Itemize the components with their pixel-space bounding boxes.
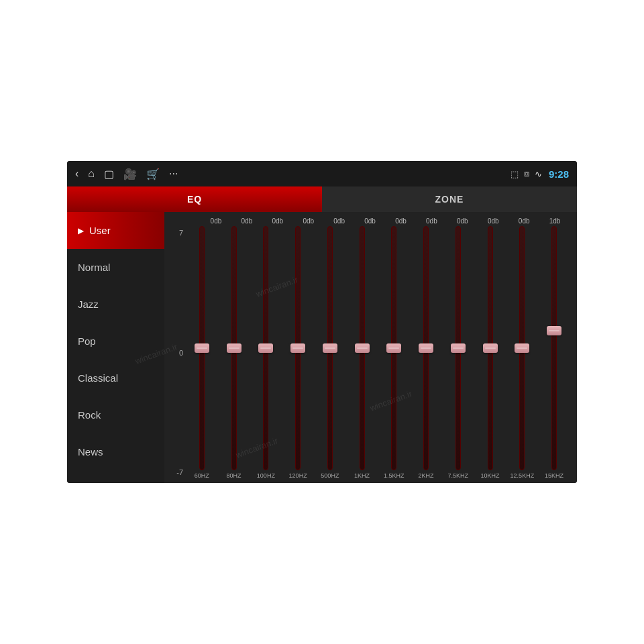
eq-slider-col-3: 120HZ xyxy=(282,226,314,479)
eq-slider-col-9: 10KHZ xyxy=(474,226,506,479)
eq-top-labels: 0db0db0db0db0db0db0db0db0db0db0db1db xyxy=(171,217,570,225)
eq-sliders: 60HZ80HZ100HZ120HZ500HZ1KHZ1.5KHZ2KHZ7.5… xyxy=(186,226,570,479)
camera-icon[interactable]: 🎥 xyxy=(123,168,137,180)
eq-db-label-10: 0db xyxy=(508,217,539,225)
eq-handle-8[interactable] xyxy=(451,343,466,353)
eq-handle-1[interactable] xyxy=(227,343,241,353)
eq-track-1 xyxy=(231,226,237,470)
eq-track-6 xyxy=(391,226,396,470)
eq-slider-col-5: 1KHZ xyxy=(346,226,378,479)
scale-mid: 0 xyxy=(179,349,183,357)
eq-db-label-2: 0db xyxy=(262,217,293,225)
sidebar-item-rock[interactable]: Rock xyxy=(67,396,164,433)
eq-handle-2[interactable] xyxy=(258,343,273,353)
sidebar-item-user[interactable]: ▶ User xyxy=(67,212,164,249)
eq-freq-label-0: 60HZ xyxy=(195,472,209,479)
cast-icon: ⬚ xyxy=(511,169,519,179)
home-icon[interactable]: ⌂ xyxy=(88,168,95,180)
eq-slider-col-6: 1.5KHZ xyxy=(378,226,411,479)
eq-db-label-7: 0db xyxy=(416,217,447,225)
eq-track-container-11 xyxy=(538,226,570,470)
eq-handle-7[interactable] xyxy=(419,343,433,353)
eq-handle-3[interactable] xyxy=(290,343,305,353)
eq-handle-10[interactable] xyxy=(515,343,529,353)
eq-freq-label-4: 500HZ xyxy=(321,472,339,479)
play-icon: ▶ xyxy=(78,226,84,235)
status-icons: ⬚ ⧈ ∿ xyxy=(511,168,542,179)
device-wrapper: ‹ ⌂ ▢ 🎥 🛒 ··· ⬚ ⧈ ∿ 9:28 EQ xyxy=(0,0,644,644)
sidebar: ▶ User Normal Jazz Pop Classical Rock xyxy=(67,212,164,483)
eq-track-container-2 xyxy=(250,226,282,470)
eq-track-10 xyxy=(519,226,525,470)
eq-freq-label-3: 120HZ xyxy=(289,472,307,479)
tab-zone[interactable]: ZONE xyxy=(322,186,577,212)
eq-track-8 xyxy=(455,226,461,470)
status-bar: ‹ ⌂ ▢ 🎥 🛒 ··· ⬚ ⧈ ∿ 9:28 xyxy=(67,161,577,186)
eq-handle-5[interactable] xyxy=(355,343,370,353)
eq-track-9 xyxy=(488,226,493,470)
eq-track-7 xyxy=(423,226,429,470)
eq-handle-11[interactable] xyxy=(547,326,561,335)
eq-db-label-3: 0db xyxy=(293,217,324,225)
eq-track-2 xyxy=(263,226,268,470)
eq-track-4 xyxy=(327,226,333,470)
eq-slider-col-11: 15KHZ xyxy=(538,226,570,479)
screen: ‹ ⌂ ▢ 🎥 🛒 ··· ⬚ ⧈ ∿ 9:28 EQ xyxy=(67,161,577,483)
eq-db-label-4: 0db xyxy=(324,217,355,225)
eq-handle-0[interactable] xyxy=(195,343,209,353)
more-icon[interactable]: ··· xyxy=(169,168,178,180)
eq-freq-label-2: 100HZ xyxy=(257,472,275,479)
scale-bot: -7 xyxy=(176,468,183,476)
eq-slider-col-4: 500HZ xyxy=(314,226,346,479)
sidebar-item-normal[interactable]: Normal xyxy=(67,249,164,286)
eq-db-label-11: 1db xyxy=(539,217,570,225)
scale-top: 7 xyxy=(179,229,183,237)
sidebar-item-classical[interactable]: Classical xyxy=(67,360,164,396)
status-time: 9:28 xyxy=(549,168,569,180)
sidebar-item-pop[interactable]: Pop xyxy=(67,323,164,360)
eq-slider-col-10: 12.5KHZ xyxy=(506,226,539,479)
wifi-icon: ∿ xyxy=(535,169,542,179)
eq-handle-6[interactable] xyxy=(386,343,401,353)
eq-track-container-3 xyxy=(282,226,314,470)
back-icon[interactable]: ‹ xyxy=(75,168,78,180)
eq-slider-col-8: 7.5KHZ xyxy=(442,226,474,479)
eq-handle-4[interactable] xyxy=(323,343,337,353)
eq-track-3 xyxy=(295,226,301,470)
eq-handle-9[interactable] xyxy=(483,343,498,353)
eq-slider-col-2: 100HZ xyxy=(250,226,282,479)
sidebar-item-news[interactable]: News xyxy=(67,433,164,470)
eq-track-container-9 xyxy=(474,226,506,470)
eq-track-container-10 xyxy=(506,226,539,470)
eq-track-5 xyxy=(360,226,365,470)
status-left: ‹ ⌂ ▢ 🎥 🛒 ··· xyxy=(75,168,178,180)
eq-scale: 7 0 -7 xyxy=(171,226,186,479)
eq-freq-label-1: 80HZ xyxy=(227,472,241,479)
eq-track-container-1 xyxy=(218,226,250,470)
eq-slider-col-0: 60HZ xyxy=(186,226,218,479)
bluetooth-icon: ⧈ xyxy=(524,168,529,179)
recents-icon[interactable]: ▢ xyxy=(104,168,114,180)
tab-bar: EQ ZONE xyxy=(67,186,577,212)
main-content: ▶ User Normal Jazz Pop Classical Rock xyxy=(67,212,577,483)
sidebar-item-jazz[interactable]: Jazz xyxy=(67,286,164,323)
eq-freq-label-9: 10KHZ xyxy=(481,472,500,479)
eq-freq-label-5: 1KHZ xyxy=(354,472,370,479)
bag-icon[interactable]: 🛒 xyxy=(146,168,160,180)
eq-db-label-6: 0db xyxy=(386,217,417,225)
tab-eq[interactable]: EQ xyxy=(67,186,322,212)
eq-freq-label-7: 2KHZ xyxy=(419,472,434,479)
eq-db-label-5: 0db xyxy=(355,217,386,225)
eq-db-label-8: 0db xyxy=(447,217,478,225)
eq-area: 0db0db0db0db0db0db0db0db0db0db0db1db 7 0… xyxy=(164,212,577,483)
eq-freq-label-11: 15KHZ xyxy=(545,472,564,479)
eq-freq-label-10: 12.5KHZ xyxy=(511,472,535,479)
eq-track-container-6 xyxy=(378,226,411,470)
eq-track-0 xyxy=(199,226,205,470)
eq-freq-label-6: 1.5KHZ xyxy=(384,472,405,479)
eq-track-container-4 xyxy=(314,226,346,470)
eq-slider-col-1: 80HZ xyxy=(218,226,250,479)
eq-track-container-5 xyxy=(346,226,378,470)
eq-db-label-1: 0db xyxy=(231,217,262,225)
eq-main: 7 0 -7 60HZ80HZ100HZ120HZ500HZ1KHZ1.5KHZ… xyxy=(171,226,570,479)
